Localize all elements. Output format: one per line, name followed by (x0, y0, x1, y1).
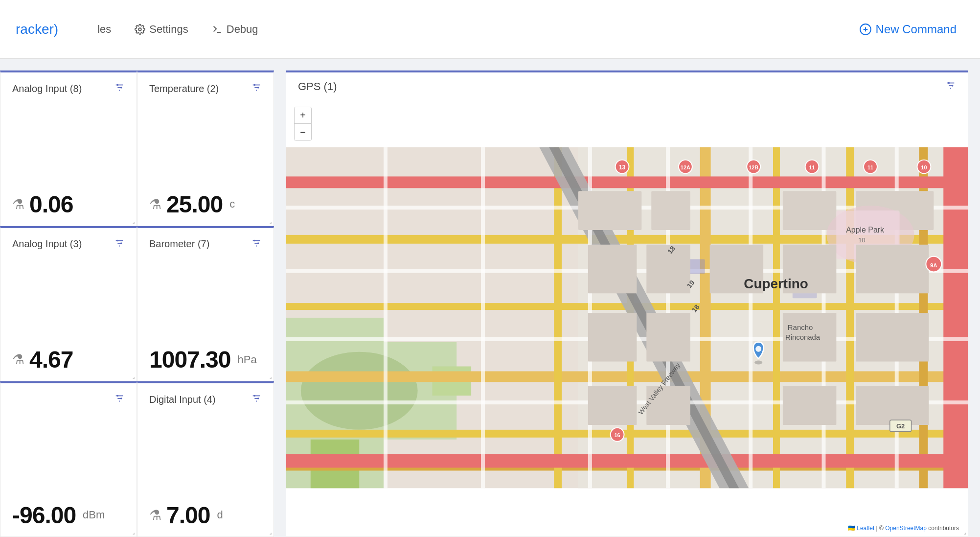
flask-icon-6: ⚗ (149, 507, 161, 523)
gps-title: GPS (1) (298, 80, 337, 93)
svg-text:13: 13 (619, 164, 626, 171)
sensor-card-header-3: Analog Input (3) (12, 238, 125, 251)
svg-text:12B: 12B (749, 164, 758, 170)
sensor-unit-4: hPa (238, 353, 257, 366)
svg-rect-60 (943, 147, 968, 489)
sensor-title-6: Digital Input (4) (149, 394, 216, 405)
tab-settings[interactable]: Settings (125, 18, 198, 41)
filter-icon-4[interactable] (251, 238, 262, 251)
attribution-suffix: contributors (928, 525, 959, 532)
svg-rect-67 (384, 147, 387, 489)
svg-point-28 (117, 395, 119, 397)
svg-point-8 (117, 84, 119, 86)
resize-handle-2[interactable] (265, 217, 272, 224)
sensor-card-header-2: Temperature (2) (149, 82, 262, 95)
sensor-value-2: 25.00 (166, 191, 223, 218)
flask-icon-2: ⚗ (149, 196, 161, 212)
filter-icon-3[interactable] (114, 238, 125, 251)
sensor-value-4: 1007.30 (149, 346, 231, 373)
sensor-card-header-5 (12, 393, 125, 406)
svg-rect-59 (286, 454, 968, 468)
sensor-value-1: 0.06 (29, 191, 73, 218)
svg-rect-93 (783, 386, 836, 425)
leaflet-flag-icon: 🇺🇦 (848, 525, 855, 532)
filter-icon-6[interactable] (251, 393, 262, 406)
sensor-card-rssi: -96.00 dBm (0, 381, 137, 537)
tab-les-label: les (97, 23, 111, 36)
tab-debug[interactable]: Debug (202, 18, 268, 41)
svg-text:11: 11 (809, 164, 815, 170)
tab-settings-label: Settings (149, 23, 188, 36)
tab-les[interactable]: les (88, 18, 121, 41)
svg-rect-56 (846, 147, 854, 489)
sensor-title-4: Barometer (7) (149, 238, 209, 250)
svg-point-29 (120, 397, 122, 399)
header: racker) les Settings Debug (0, 0, 980, 59)
gps-header: GPS (1) (286, 72, 968, 99)
header-left: racker) les Settings Debug (16, 18, 268, 41)
svg-point-13 (254, 84, 256, 86)
svg-point-23 (254, 239, 256, 241)
sensor-unit-6: d (217, 509, 223, 521)
svg-text:Rinconada: Rinconada (785, 333, 820, 341)
sensor-title-2: Temperature (2) (149, 83, 219, 94)
zoom-in-button[interactable]: + (295, 107, 311, 124)
svg-point-18 (117, 239, 119, 241)
svg-rect-86 (856, 245, 929, 294)
leaflet-link[interactable]: Leaflet (857, 525, 874, 532)
svg-rect-68 (481, 147, 485, 489)
osm-link[interactable]: OpenStreetMap (885, 525, 927, 532)
filter-icon-2[interactable] (251, 82, 262, 95)
svg-rect-88 (646, 313, 690, 362)
svg-point-34 (257, 397, 259, 399)
sensor-title-3: Analog Input (3) (12, 238, 82, 250)
svg-point-38 (948, 82, 950, 84)
svg-point-9 (120, 87, 122, 89)
filter-icon-5[interactable] (114, 393, 125, 406)
resize-handle-5[interactable] (128, 528, 135, 535)
svg-point-39 (952, 85, 954, 87)
gps-panel: GPS (1) (286, 70, 968, 537)
svg-point-19 (120, 242, 122, 244)
sensor-value-6: 7.00 (166, 502, 210, 529)
svg-text:10: 10 (858, 236, 865, 244)
gps-filter-icon[interactable] (945, 80, 956, 93)
tab-debug-label: Debug (227, 23, 258, 36)
sensor-value-row-6: ⚗ 7.00 d (149, 502, 262, 529)
svg-text:Apple Park: Apple Park (846, 226, 884, 234)
sensor-card-header-4: Barometer (7) (149, 238, 262, 251)
map-container[interactable]: 13 12A 12B 11 11 10 18 19 18 Cupertino A (286, 99, 968, 537)
flask-icon-1: ⚗ (12, 196, 24, 212)
svg-rect-75 (651, 191, 690, 230)
zoom-out-button[interactable]: − (295, 124, 311, 140)
svg-text:11: 11 (867, 164, 873, 170)
map-svg: 13 12A 12B 11 11 10 18 19 18 Cupertino A (286, 99, 968, 537)
resize-handle-4[interactable] (265, 372, 272, 379)
filter-icon-1[interactable] (114, 82, 125, 95)
svg-rect-87 (588, 313, 637, 362)
new-command-label: New Command (876, 23, 957, 36)
sensor-value-row-5: -96.00 dBm (12, 502, 125, 529)
sensor-value-row-4: 1007.30 hPa (149, 346, 262, 373)
new-command-button[interactable]: New Command (851, 18, 964, 41)
svg-rect-52 (554, 147, 562, 489)
resize-handle-3[interactable] (128, 372, 135, 379)
sensor-value-3: 4.67 (29, 346, 73, 373)
sensor-unit-2: c (229, 198, 235, 210)
svg-rect-76 (783, 191, 836, 230)
svg-text:Cupertino: Cupertino (744, 276, 808, 291)
resize-handle-1[interactable] (128, 217, 135, 224)
svg-point-0 (139, 28, 142, 31)
sensor-title-1: Analog Input (8) (12, 83, 82, 94)
sensor-card-header-6: Digital Input (4) (149, 393, 262, 406)
svg-rect-82 (588, 245, 637, 294)
attribution-separator: | © (876, 525, 886, 532)
svg-rect-94 (856, 386, 929, 425)
resize-handle-6[interactable] (265, 528, 272, 535)
sensor-card-digital-input-4: Digital Input (4) ⚗ 7.00 d (137, 381, 274, 537)
svg-point-14 (257, 87, 259, 89)
svg-rect-71 (749, 147, 752, 489)
svg-text:16: 16 (615, 432, 620, 438)
terminal-icon (212, 24, 223, 35)
flask-icon-3: ⚗ (12, 351, 24, 368)
